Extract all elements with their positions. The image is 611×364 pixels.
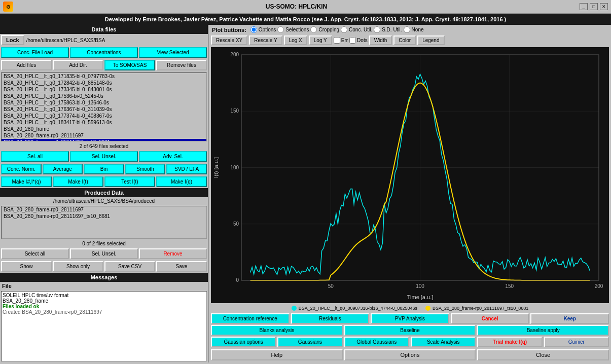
window-title: US-SOMO: HPLC/KIN — [13, 3, 580, 10]
show-only-button[interactable]: Show only — [53, 261, 103, 272]
adv-sel-button[interactable]: Adv. Sel. — [139, 151, 207, 162]
list-item[interactable]: BSA_20_HPLC__lt_q0_175863-bi-0_13646-0s — [2, 99, 206, 106]
legend-item-gold: BSA_20_280_frame-rp0_28111697_ts10_8681 — [425, 306, 528, 311]
msg-line-3: Files loaded ok — [3, 304, 205, 309]
make-i-hash-button[interactable]: Make I#,I*(q) — [1, 176, 52, 187]
radio-conc-util-radio[interactable] — [341, 26, 347, 33]
list-item[interactable]: BSA_20_280_frame-rp0_28111697 — [2, 206, 206, 213]
list-item[interactable]: BSA_20_HPLC__lt_q0_171835-bi-0_0797783-0… — [2, 73, 206, 80]
list-item[interactable]: BSA_20_HPLC__lt_q0_177374-bi-0_408367-0s — [2, 113, 206, 119]
cancel-button[interactable]: Cancel — [451, 313, 529, 324]
dots-check[interactable]: Dots — [349, 37, 368, 44]
remove-button[interactable]: Remove — [139, 248, 207, 259]
list-item[interactable]: BSA_20_280_frame — [2, 126, 206, 132]
make-it-button[interactable]: Make I(t) — [53, 176, 103, 187]
dots-checkbox[interactable] — [349, 37, 356, 44]
lock-button[interactable]: Lock — [1, 35, 24, 45]
close-button[interactable]: Close — [477, 349, 609, 360]
blanks-analysis-button[interactable]: Blanks analysis — [211, 325, 343, 336]
minimize-button[interactable]: _ — [580, 3, 588, 10]
msg-line-2: BSA_20_280_frame — [3, 298, 205, 304]
legend-button[interactable]: Legend — [417, 35, 444, 45]
baseline-apply-button[interactable]: Baseline apply — [477, 325, 609, 336]
close-button[interactable]: ✕ — [600, 3, 608, 10]
radio-selections-radio[interactable] — [277, 26, 284, 33]
list-item[interactable]: BSA_20_280_frame-rp0_28111697_ts10_8681 — [2, 213, 206, 220]
select-all-button[interactable]: Select all — [1, 248, 69, 259]
smooth-button[interactable]: Smooth — [125, 164, 166, 174]
msg-line-1: SOLEIL HPLC time/uv format — [3, 293, 205, 298]
err-check[interactable]: Err — [334, 37, 348, 44]
header-banner: Developed by Emre Brookes, Javier Pérez,… — [0, 14, 611, 25]
rescale-xy-button[interactable]: Rescale XY — [211, 35, 247, 45]
radio-cropping-radio[interactable] — [310, 26, 317, 33]
list-item[interactable]: BSA_20_HPLC__lt_q0_172842-bi-0_885148-0s — [2, 80, 206, 86]
file-menu[interactable]: File — [0, 282, 208, 290]
sel-unsel-button[interactable]: Sel. Unsel. — [70, 151, 138, 162]
add-dir-button[interactable]: Add Dir. — [53, 60, 103, 70]
conc-file-load-button[interactable]: Conc. File Load — [1, 47, 69, 58]
color-button[interactable]: Color — [393, 35, 416, 45]
msg-line-4: Created BSA_20_280_frame-rp0_28111697 — [3, 309, 205, 315]
list-item[interactable]: BSA_20_280_frame-rp0_28111697 — [2, 132, 206, 139]
concentration-reference-button[interactable]: Concentration reference — [211, 313, 290, 324]
legend-dot-gold — [425, 306, 430, 311]
concentrations-button[interactable]: Concentrations — [70, 47, 138, 58]
sel-unsel2-button[interactable]: Sel. Unsel. — [70, 248, 138, 259]
trial-make-iq-button[interactable]: Trial make I(q) — [477, 337, 542, 347]
radio-sd-util-radio[interactable] — [374, 26, 380, 33]
list-item[interactable]: BSA_20_HPLC__lt_q0_173345-bi-0_843001-0s — [2, 86, 206, 93]
view-selected-button[interactable]: View Selected — [139, 47, 207, 58]
list-item-selected[interactable]: BSA_20_280_frame-rp0_28111697_ts10_8681 — [2, 139, 206, 141]
messages-header: Messages — [0, 273, 208, 282]
pvp-analysis-button[interactable]: PVP Analysis — [371, 313, 449, 324]
add-files-button[interactable]: Add files — [1, 60, 52, 70]
remove-files-button[interactable]: Remove files — [156, 60, 207, 70]
average-button[interactable]: Average — [43, 164, 83, 174]
radio-none-radio[interactable] — [404, 26, 410, 33]
radio-options-radio[interactable] — [250, 26, 257, 33]
show-button[interactable]: Show — [1, 261, 52, 272]
guinier-button[interactable]: Guinier — [544, 337, 609, 347]
list-item[interactable]: BSA_20_HPLC__lt_q0_176367-bi-0_311039-0s — [2, 106, 206, 113]
options-button[interactable]: Options — [344, 349, 476, 360]
log-x-button[interactable]: Log X — [284, 35, 307, 45]
gaussians-button[interactable]: Gaussians — [277, 337, 342, 347]
gaussian-options-button[interactable]: Gaussian options — [211, 337, 276, 347]
list-item[interactable]: BSA_20_HPLC__lt_q0_183417-bi-0_559613-0s — [2, 119, 206, 126]
log-y-button[interactable]: Log Y — [309, 35, 332, 45]
residuals-button[interactable]: Residuals — [291, 313, 370, 324]
btn-row-3: Conc. Norm. Average Bin Smooth SVD / EFA — [0, 163, 208, 175]
plot-buttons-row: Plot buttons: Options Selections Croppin… — [209, 25, 611, 34]
file-list[interactable]: BSA_20_HPLC__lt_q0_171835-bi-0_0797783-0… — [1, 72, 207, 141]
keep-button[interactable]: Keep — [530, 313, 609, 324]
make-iq-button[interactable]: Make I(q) — [156, 176, 207, 187]
rescale-y-button[interactable]: Rescale Y — [249, 35, 282, 45]
save-csv-button[interactable]: Save CSV — [104, 261, 155, 272]
scale-analysis-button[interactable]: Scale Analysis — [411, 337, 476, 347]
radio-conc-util-label: Conc. Util. — [349, 27, 372, 32]
app-icon: ⚙ — [3, 2, 13, 12]
plot-buttons-label: Plot buttons: — [212, 27, 246, 33]
right-panel: Plot buttons: Options Selections Croppin… — [209, 25, 611, 362]
produced-list[interactable]: BSA_20_280_frame-rp0_28111697 BSA_20_280… — [1, 206, 207, 239]
sel-all-button[interactable]: Sel. all — [1, 151, 69, 162]
radio-sd-util-label: S.D. Util. — [382, 27, 402, 32]
global-gaussians-button[interactable]: Global Gaussians — [344, 337, 409, 347]
baseline-button[interactable]: Baseline — [344, 325, 476, 336]
maximize-button[interactable]: □ — [590, 3, 598, 10]
radio-options-label: Options — [259, 27, 276, 32]
toolbar-row: Rescale XY Rescale Y Log X Log Y Err Dot… — [209, 34, 611, 46]
to-somo-sas-button[interactable]: To SOMO/SAS — [104, 60, 155, 70]
conc-norm-button[interactable]: Conc. Norm. — [1, 164, 42, 174]
left-panel: Data files Lock /home/ultrascan/HPLC_SAX… — [0, 25, 209, 362]
err-checkbox[interactable] — [334, 37, 340, 44]
width-button[interactable]: Width — [369, 35, 392, 45]
svd-efa-button[interactable]: SVD / EFA — [166, 164, 207, 174]
produced-header: Produced Data — [0, 188, 208, 197]
help-button[interactable]: Help — [211, 349, 343, 360]
save-button[interactable]: Save — [156, 261, 207, 272]
test-it-button[interactable]: Test I(t) — [104, 176, 155, 187]
bin-button[interactable]: Bin — [84, 164, 124, 174]
list-item[interactable]: BSA_20_HPLC__lt_q0_17536-bi-0_5245-0s — [2, 93, 206, 99]
